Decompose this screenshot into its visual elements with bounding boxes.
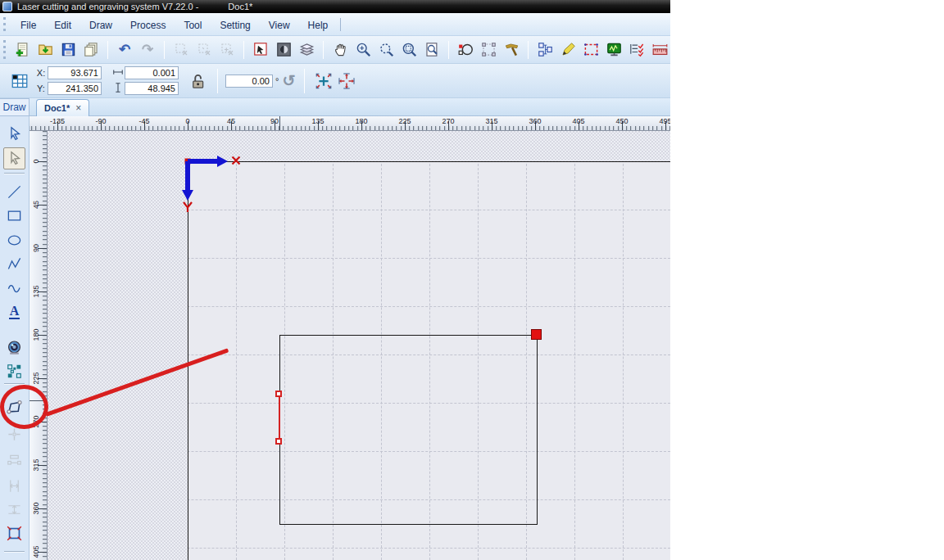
dot-grid-select-button[interactable] bbox=[478, 39, 499, 61]
anchor-y-marker bbox=[183, 201, 193, 213]
menu-item-draw[interactable]: Draw bbox=[80, 17, 121, 34]
edit-node-circle-button[interactable] bbox=[455, 39, 476, 61]
ruler-label: 225 bbox=[32, 372, 40, 384]
menu-item-edit[interactable]: Edit bbox=[45, 17, 80, 34]
drawing-canvas[interactable] bbox=[48, 131, 670, 560]
tab-close-icon[interactable]: × bbox=[75, 102, 81, 114]
segment-node-handle[interactable] bbox=[275, 438, 282, 445]
copy-button[interactable] bbox=[80, 39, 102, 61]
edit-node-circle-icon bbox=[458, 42, 474, 57]
node-add-tool-button[interactable] bbox=[3, 423, 25, 445]
menu-item-process[interactable]: Process bbox=[121, 17, 175, 34]
rotation-field[interactable] bbox=[225, 75, 273, 88]
dot-grid-select-icon bbox=[481, 42, 497, 57]
menu-item-setting[interactable]: Setting bbox=[211, 17, 259, 34]
invert-image-button[interactable] bbox=[273, 39, 294, 61]
tab-doc1[interactable]: Doc1* × bbox=[36, 99, 89, 116]
drawn-rectangle[interactable] bbox=[279, 335, 538, 525]
pan-hand-icon bbox=[333, 42, 348, 57]
preview-monitor-button[interactable] bbox=[603, 39, 624, 61]
page-boundary-left bbox=[188, 161, 188, 560]
polyline-tool-button[interactable] bbox=[3, 253, 25, 275]
redo-button[interactable]: ↷ bbox=[137, 39, 158, 61]
toolbar-separator bbox=[448, 41, 449, 59]
menu-item-help[interactable]: Help bbox=[299, 17, 338, 34]
paste-dotted-1-button[interactable] bbox=[170, 39, 192, 61]
zoom-in-button[interactable] bbox=[352, 39, 374, 61]
ruler-label: 495 bbox=[659, 117, 670, 125]
document-tab-bar: Doc1* × bbox=[30, 98, 670, 116]
zoom-page-icon bbox=[424, 42, 440, 57]
group-elements-button[interactable] bbox=[534, 39, 556, 61]
array-grid-button[interactable] bbox=[8, 70, 31, 93]
move-to-origin-button[interactable] bbox=[312, 70, 335, 93]
cut-border-button[interactable] bbox=[580, 39, 601, 61]
toolbar-grip[interactable] bbox=[3, 17, 6, 31]
zoom-select-button[interactable] bbox=[375, 39, 397, 61]
measure-ruler-button[interactable] bbox=[649, 39, 670, 61]
ruler-label: -135 bbox=[50, 117, 65, 125]
rectangle-corner-handle[interactable] bbox=[531, 329, 542, 340]
ruler-label: 90 bbox=[270, 117, 279, 125]
horizontal-ruler: -135-90-45045901351802252703153604054504… bbox=[30, 116, 670, 131]
segment-tool-button[interactable] bbox=[3, 448, 25, 470]
select-box-button[interactable] bbox=[250, 39, 271, 61]
v-distribute-tool-icon bbox=[7, 502, 22, 517]
trace-pen-icon bbox=[560, 42, 576, 57]
copy-icon bbox=[84, 42, 99, 57]
pick-tool-button[interactable] bbox=[501, 39, 522, 61]
bitmap-tool-button[interactable] bbox=[3, 360, 25, 382]
save-file-button[interactable] bbox=[57, 39, 79, 61]
zoom-all-button[interactable] bbox=[398, 39, 420, 61]
frame-tool-button[interactable] bbox=[3, 522, 25, 544]
draw-dock-tab[interactable]: Draw bbox=[0, 98, 30, 116]
ruler-label: 270 bbox=[442, 117, 454, 125]
layers-button[interactable] bbox=[296, 39, 317, 61]
x-position-field[interactable] bbox=[48, 66, 102, 79]
curve-tool-button[interactable] bbox=[3, 277, 25, 299]
layers-icon bbox=[299, 42, 315, 57]
paste-dotted-3-button[interactable] bbox=[216, 39, 238, 61]
paste-dotted-2-button[interactable] bbox=[193, 39, 215, 61]
node-edit-button[interactable] bbox=[3, 147, 25, 169]
h-distribute-tool-button[interactable] bbox=[3, 475, 25, 497]
rect-tool-icon bbox=[7, 208, 22, 224]
size-expand-button[interactable] bbox=[335, 70, 358, 93]
y-position-field[interactable] bbox=[48, 82, 102, 95]
text-tool-button[interactable]: A bbox=[3, 300, 25, 323]
height-field[interactable] bbox=[125, 82, 179, 95]
menu-item-view[interactable]: View bbox=[260, 17, 299, 34]
pan-hand-button[interactable] bbox=[329, 39, 351, 61]
menu-item-tool[interactable]: Tool bbox=[175, 17, 211, 34]
camera-tool-button[interactable] bbox=[3, 336, 25, 359]
grid-line bbox=[574, 131, 575, 560]
ellipse-tool-button[interactable] bbox=[3, 229, 25, 251]
selected-edge-segment[interactable] bbox=[279, 394, 280, 442]
undo-button[interactable]: ↶ bbox=[114, 39, 135, 61]
segment-node-handle[interactable] bbox=[275, 391, 282, 397]
ruler-position-marker bbox=[279, 116, 280, 130]
rect-tool-button[interactable] bbox=[3, 205, 25, 227]
ruler-label: 0 bbox=[32, 159, 40, 163]
line-tool-button[interactable] bbox=[3, 181, 25, 203]
bitmap-tool-icon bbox=[7, 364, 22, 379]
width-field[interactable] bbox=[125, 66, 179, 79]
select-arrow-button[interactable] bbox=[3, 123, 25, 145]
zoom-in-icon bbox=[356, 42, 371, 57]
trace-pen-button[interactable] bbox=[557, 39, 579, 61]
vertical-ruler: 04590135180225270315360405 bbox=[30, 131, 48, 560]
zoom-page-button[interactable] bbox=[421, 39, 442, 61]
x-label: X: bbox=[34, 68, 48, 78]
new-file-button[interactable] bbox=[11, 39, 33, 61]
v-distribute-tool-button[interactable] bbox=[3, 499, 25, 521]
toolbar-separator bbox=[107, 41, 108, 59]
polygon-tool-button[interactable] bbox=[3, 396, 25, 418]
param-list-button[interactable] bbox=[626, 39, 647, 61]
toolbar-grip[interactable] bbox=[3, 40, 6, 59]
open-file-button[interactable] bbox=[34, 39, 56, 61]
menu-item-file[interactable]: File bbox=[11, 17, 45, 34]
ruler-label: 0 bbox=[185, 117, 189, 125]
zoom-select-icon bbox=[379, 42, 394, 57]
line-tool-icon bbox=[7, 184, 22, 200]
aspect-lock-button[interactable] bbox=[187, 70, 210, 93]
